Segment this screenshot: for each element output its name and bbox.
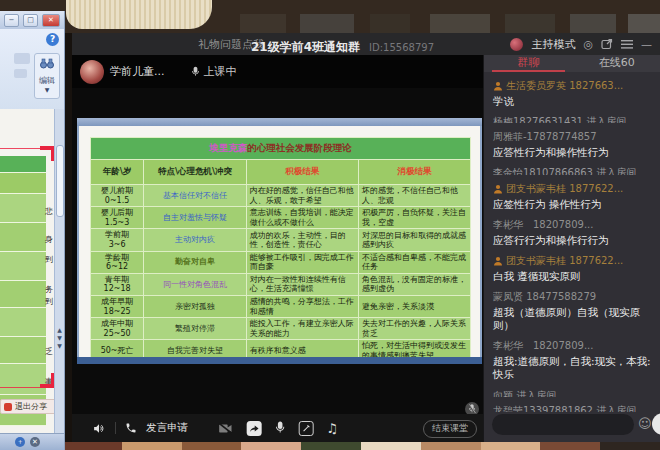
classroom-app-window: 礼物问题点我 21级学前4班通知群 ID:15568797 主持模式 ◎ — 学…	[72, 33, 660, 442]
chat-message-text: 应签性行为 操作性行为	[493, 198, 652, 211]
system-message: 向颖 进入房间	[493, 389, 652, 397]
chat-message-text: 白我 遵循现实原则	[493, 270, 652, 283]
office-close-button[interactable]: ✕	[42, 14, 60, 27]
ribbon-edit-label: 编辑	[35, 75, 59, 86]
share-screen-icon[interactable]	[246, 421, 261, 436]
chat-message-list[interactable]: 生活委员罗英 1827663...学说杨梅18276631431 进入房间周雅菲…	[484, 72, 660, 412]
speak-request-button[interactable]: 发言申请	[146, 421, 188, 435]
chevron-down-icon: ▼	[35, 86, 59, 93]
wallpaper-lamp	[66, 0, 212, 29]
mic-icon	[191, 66, 200, 78]
presenter-name: 学前儿童...	[110, 64, 165, 79]
exit-share-button[interactable]: 退出分享	[0, 399, 58, 414]
table-row: 学前期3~6主动对内疚成功的欢乐，主动性，目的性，创造性，责任心对深思的目标和取…	[91, 229, 471, 251]
minimize-icon[interactable]: —	[641, 39, 652, 50]
document-scrollbar[interactable]	[54, 109, 64, 439]
camera-off-icon[interactable]	[217, 422, 233, 435]
table-header-row: 年龄\岁 特点\心理危机\冲突 积极结果 消极结果	[91, 160, 471, 185]
chat-sender-name: 团支书蒙韦桂 1877622...	[493, 254, 652, 268]
phone-icon[interactable]	[125, 422, 137, 434]
shared-window-frame: 埃里克森的心理社会发展阶段理论 年龄\岁 特点\心理危机\冲突 积极结果 消极结…	[77, 118, 482, 364]
popout-icon[interactable]	[601, 38, 613, 50]
chat-message: 团支书蒙韦桂 1877622...应签性行为 操作性行为	[493, 182, 652, 211]
table-row: 青年期12~18同一性对角色混乱对内在一致性和连续性有信心，生活充满憧憬角色混乱…	[91, 273, 471, 295]
chat-sender-name: 生活委员罗英 1827663...	[493, 79, 652, 93]
whiteboard-edit-icon[interactable]	[298, 421, 313, 436]
status-close-icon[interactable]: ✕	[30, 437, 40, 447]
table-row: 成年早期18~25亲密对孤独感情的共鸣，分享想法，工作和感情避免亲密，关系淡漠	[91, 295, 471, 317]
ribbon-edit-button[interactable]: 编辑 ▼	[34, 53, 60, 99]
chat-message-text: 超我（道德原则）自我（现实原则）	[493, 306, 652, 332]
chat-input[interactable]	[492, 414, 634, 435]
table-row: 学龄期6~12勤奋对自卑能够被工作吸引，因完成工作而自豪不适合感和自卑感，不能完…	[91, 251, 471, 273]
chat-message-text: 学说	[493, 95, 652, 108]
record-icon	[4, 403, 12, 411]
sidebar-tabs: 群聊 在线60	[484, 55, 660, 72]
office-maximize-button[interactable]: □	[23, 14, 38, 27]
system-message: 龙碧莹13397881862 进入房间	[493, 404, 652, 412]
binoculars-icon	[39, 58, 55, 69]
presenter-avatar[interactable]	[80, 60, 104, 84]
chat-message: 李彬华 18207809...超我:道德原则，自我:现实，本我:快乐	[493, 339, 652, 381]
room-id: ID:15568797	[369, 42, 434, 53]
app-titlebar: 礼物问题点我 21级学前4班通知群 ID:15568797 主持模式 ◎ —	[72, 33, 660, 55]
erikson-stage-table: 埃里克森的心理社会发展阶段理论 年龄\岁 特点\心理危机\冲突 积极结果 消极结…	[90, 137, 471, 362]
table-title: 埃里克森的心理社会发展阶段理论	[91, 138, 471, 160]
chat-input-row: ☺	[484, 413, 660, 437]
admin-badge-icon	[493, 256, 503, 266]
office-ribbon: ? 编辑 ▼	[0, 29, 64, 110]
office-titlebar: − □ ✕	[0, 11, 64, 29]
tab-group-chat[interactable]: 群聊	[484, 55, 573, 72]
bottom-toolbar: 发言申请 ♫ 结束课堂	[72, 414, 483, 442]
chat-message: 蒙凤贤 18477588279超我（道德原则）自我（现实原则）	[493, 290, 652, 332]
chat-message-text: 应答行行为和操作行行为	[493, 234, 652, 247]
send-button[interactable]	[652, 413, 660, 435]
chat-sender-name: 李彬华 18207809...	[493, 218, 652, 232]
chat-message: 生活委员罗英 1827663...学说	[493, 79, 652, 108]
admin-badge-icon	[493, 184, 503, 194]
admin-badge-icon	[493, 81, 503, 91]
table-row: 婴儿前期0~1.5基本信任对不信任内在好的感觉，信任自己和他人、乐观，敢于希望坏…	[91, 185, 471, 207]
chat-message-text: 应答性行为和操作性行为	[493, 146, 652, 159]
chat-message: 周雅菲-17878774857应答性行为和操作性行为	[493, 130, 652, 159]
shared-document-page: 埃里克森的心理社会发展阶段理论 年龄\岁 特点\心理危机\冲突 积极结果 消极结…	[79, 126, 480, 357]
table-row: 婴儿后期1.5~3自主对羞怯与怀疑意志训练，自我培训，能决定做什么或不做什么积极…	[91, 207, 471, 229]
speaker-icon[interactable]	[92, 422, 106, 435]
host-avatar	[510, 38, 523, 51]
chat-sidebar: 群聊 在线60 生活委员罗英 1827663...学说杨梅18276631431…	[483, 55, 660, 442]
chat-sender-name: 周雅菲-17878774857	[493, 130, 652, 144]
office-document-window: − □ ✕ ? 编辑 ▼	[0, 11, 65, 450]
stage-table-body: 婴儿前期0~1.5基本信任对不信任内在好的感觉，信任自己和他人、乐观，敢于希望坏…	[91, 185, 471, 362]
office-statusbar: ＋ ✕	[0, 433, 64, 450]
screen-share-stage: 埃里克森的心理社会发展阶段理论 年龄\岁 特点\心理危机\冲突 积极结果 消极结…	[72, 88, 483, 414]
table-row: 成年中期25~50繁殖对停滞能投入工作，有建立亲密人际关系的能力失去对工作的兴趣…	[91, 318, 471, 340]
desktop-wallpaper-bottom	[62, 442, 660, 450]
chat-message-text: 超我:道德原则，自我:现实，本我:快乐	[493, 355, 652, 381]
system-message: 李金怡18107866863 进入房间	[493, 166, 652, 174]
status-circle-icon[interactable]: ＋	[15, 437, 25, 447]
class-status-label: 上课中	[204, 64, 237, 79]
menu-icon[interactable]	[621, 40, 633, 49]
main-stage-column: 学前儿童... 上课中 埃里克森的心理社会发展阶段理论	[72, 55, 483, 442]
chat-message: 李彬华 18207809...应答行行为和操作行行为	[493, 218, 652, 247]
chat-sender-name: 团支书蒙韦桂 1877622...	[493, 182, 652, 196]
chat-message: 团支书蒙韦桂 1877622...白我 遵循现实原则	[493, 254, 652, 283]
record-mode-icon[interactable]: ◎	[583, 39, 593, 50]
emoji-icon[interactable]: ☺	[638, 416, 652, 431]
office-minimize-button[interactable]: −	[4, 14, 19, 27]
music-icon[interactable]: ♫	[326, 422, 338, 435]
desktop-wallpaper-top	[0, 0, 660, 33]
end-class-button[interactable]: 结束课堂	[423, 420, 477, 438]
scrollbar-thumb[interactable]	[56, 145, 64, 217]
chat-sender-name: 李彬华 18207809...	[493, 339, 652, 353]
scroll-page-buttons[interactable]: ▲▼▼	[55, 326, 64, 350]
presenter-row: 学前儿童... 上课中	[72, 55, 483, 88]
help-icon[interactable]: ?	[46, 33, 59, 46]
chat-sender-name: 蒙凤贤 18477588279	[493, 290, 652, 304]
toolbar-mic-icon[interactable]	[274, 421, 285, 435]
screen-capture-region	[0, 148, 55, 388]
tab-online-count[interactable]: 在线60	[573, 55, 660, 72]
system-message: 杨梅18276631431 进入房间	[493, 115, 652, 123]
room-title: 21级学前4班通知群	[251, 40, 360, 54]
host-mode-label[interactable]: 主持模式	[531, 37, 575, 52]
